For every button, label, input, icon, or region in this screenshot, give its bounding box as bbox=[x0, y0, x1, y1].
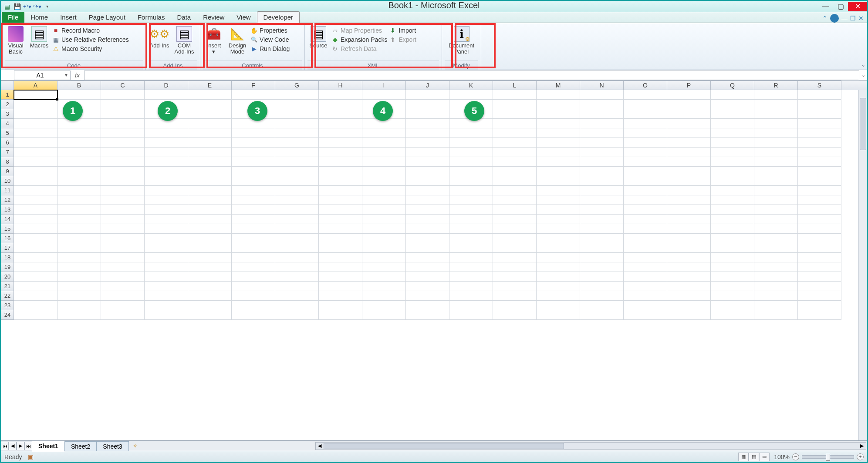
column-header-O[interactable]: O bbox=[624, 81, 667, 90]
cell-K3[interactable] bbox=[449, 109, 493, 119]
cell-M12[interactable] bbox=[537, 195, 580, 205]
cell-I24[interactable] bbox=[362, 310, 406, 320]
sheet-nav-next[interactable]: ▶ bbox=[17, 442, 24, 450]
cell-E7[interactable] bbox=[188, 148, 232, 157]
cell-G1[interactable] bbox=[275, 90, 319, 100]
cell-M1[interactable] bbox=[537, 90, 580, 100]
cell-P5[interactable] bbox=[667, 128, 711, 138]
cell-A12[interactable] bbox=[14, 195, 57, 205]
cell-E19[interactable] bbox=[188, 262, 232, 272]
tab-file[interactable]: File bbox=[2, 12, 24, 23]
cell-R19[interactable] bbox=[754, 262, 798, 272]
cell-M23[interactable] bbox=[537, 301, 580, 310]
cell-K19[interactable] bbox=[449, 262, 493, 272]
cell-Q11[interactable] bbox=[711, 186, 754, 195]
cell-E15[interactable] bbox=[188, 224, 232, 234]
cell-N20[interactable] bbox=[580, 272, 624, 282]
tab-review[interactable]: Review bbox=[197, 12, 230, 23]
cell-K17[interactable] bbox=[449, 243, 493, 253]
view-page-layout-button[interactable]: ▤ bbox=[749, 453, 759, 461]
cell-P23[interactable] bbox=[667, 301, 711, 310]
tab-data[interactable]: Data bbox=[171, 12, 197, 23]
cell-Q16[interactable] bbox=[711, 234, 754, 243]
cell-D24[interactable] bbox=[145, 310, 188, 320]
cell-I3[interactable] bbox=[362, 109, 406, 119]
cell-E10[interactable] bbox=[188, 176, 232, 186]
cell-H10[interactable] bbox=[319, 176, 362, 186]
cell-G22[interactable] bbox=[275, 291, 319, 301]
sheet-tab-3[interactable]: Sheet3 bbox=[96, 441, 128, 451]
cell-O19[interactable] bbox=[624, 262, 667, 272]
cell-J16[interactable] bbox=[406, 234, 449, 243]
cell-O18[interactable] bbox=[624, 253, 667, 262]
cell-M7[interactable] bbox=[537, 148, 580, 157]
refresh-data-button[interactable]: Refresh Data bbox=[331, 45, 387, 53]
properties-button[interactable]: Properties bbox=[250, 27, 290, 34]
cell-A20[interactable] bbox=[14, 272, 57, 282]
cell-A9[interactable] bbox=[14, 167, 57, 176]
cell-M24[interactable] bbox=[537, 310, 580, 320]
cell-G5[interactable] bbox=[275, 128, 319, 138]
cell-R23[interactable] bbox=[754, 301, 798, 310]
cell-D9[interactable] bbox=[145, 167, 188, 176]
cell-N7[interactable] bbox=[580, 148, 624, 157]
cell-F24[interactable] bbox=[232, 310, 275, 320]
cell-C20[interactable] bbox=[101, 272, 145, 282]
cell-M2[interactable] bbox=[537, 100, 580, 109]
cell-O13[interactable] bbox=[624, 205, 667, 215]
cell-B23[interactable] bbox=[57, 301, 101, 310]
column-header-F[interactable]: F bbox=[232, 81, 275, 90]
cell-B18[interactable] bbox=[57, 253, 101, 262]
cell-L13[interactable] bbox=[493, 205, 537, 215]
cell-K11[interactable] bbox=[449, 186, 493, 195]
cell-C17[interactable] bbox=[101, 243, 145, 253]
cell-B21[interactable] bbox=[57, 282, 101, 291]
cell-N16[interactable] bbox=[580, 234, 624, 243]
cell-F23[interactable] bbox=[232, 301, 275, 310]
cell-E3[interactable] bbox=[188, 109, 232, 119]
cell-L21[interactable] bbox=[493, 282, 537, 291]
cell-S4[interactable] bbox=[798, 119, 841, 128]
cell-P16[interactable] bbox=[667, 234, 711, 243]
cell-R3[interactable] bbox=[754, 109, 798, 119]
cell-B6[interactable] bbox=[57, 138, 101, 148]
cell-G15[interactable] bbox=[275, 224, 319, 234]
cell-N22[interactable] bbox=[580, 291, 624, 301]
cell-F15[interactable] bbox=[232, 224, 275, 234]
workbook-close-icon[interactable]: ✕ bbox=[858, 15, 864, 22]
cell-F7[interactable] bbox=[232, 148, 275, 157]
cell-C24[interactable] bbox=[101, 310, 145, 320]
import-button[interactable]: Import bbox=[389, 27, 416, 34]
cell-R13[interactable] bbox=[754, 205, 798, 215]
cell-D19[interactable] bbox=[145, 262, 188, 272]
cell-C16[interactable] bbox=[101, 234, 145, 243]
cell-H20[interactable] bbox=[319, 272, 362, 282]
row-header-22[interactable]: 22 bbox=[1, 291, 14, 301]
cell-B8[interactable] bbox=[57, 157, 101, 167]
cell-P17[interactable] bbox=[667, 243, 711, 253]
cell-L15[interactable] bbox=[493, 224, 537, 234]
cell-O3[interactable] bbox=[624, 109, 667, 119]
row-header-1[interactable]: 1 bbox=[1, 90, 14, 100]
ribbon-collapse-icon[interactable]: ⌄ bbox=[861, 62, 865, 68]
column-header-A[interactable]: A bbox=[14, 81, 57, 90]
cell-L22[interactable] bbox=[493, 291, 537, 301]
cell-K24[interactable] bbox=[449, 310, 493, 320]
cell-M14[interactable] bbox=[537, 215, 580, 224]
hscroll-left-icon[interactable]: ◀ bbox=[316, 443, 324, 449]
cell-O8[interactable] bbox=[624, 157, 667, 167]
cell-S1[interactable] bbox=[798, 90, 841, 100]
cell-L3[interactable] bbox=[493, 109, 537, 119]
cell-Q13[interactable] bbox=[711, 205, 754, 215]
cell-I9[interactable] bbox=[362, 167, 406, 176]
cell-C8[interactable] bbox=[101, 157, 145, 167]
cell-S9[interactable] bbox=[798, 167, 841, 176]
export-button[interactable]: Export bbox=[389, 36, 416, 44]
cell-R16[interactable] bbox=[754, 234, 798, 243]
cell-J3[interactable] bbox=[406, 109, 449, 119]
row-header-14[interactable]: 14 bbox=[1, 215, 14, 224]
cell-Q10[interactable] bbox=[711, 176, 754, 186]
row-header-12[interactable]: 12 bbox=[1, 195, 14, 205]
cell-P22[interactable] bbox=[667, 291, 711, 301]
cell-C22[interactable] bbox=[101, 291, 145, 301]
